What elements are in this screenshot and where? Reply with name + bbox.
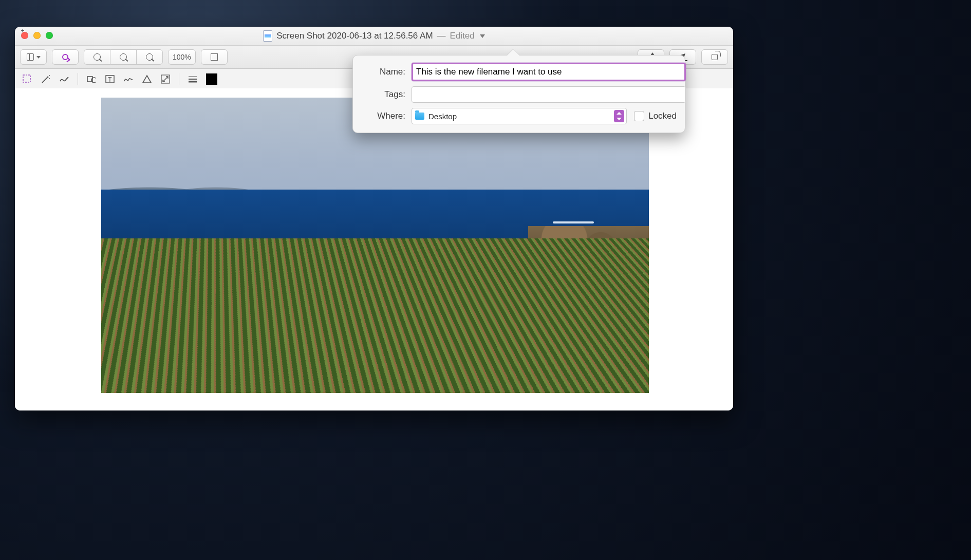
line-weight-icon bbox=[188, 74, 197, 84]
magic-wand-icon bbox=[41, 74, 51, 84]
shapes-icon bbox=[86, 74, 96, 84]
magnifier-minus-icon bbox=[94, 53, 101, 61]
resize-icon bbox=[160, 74, 171, 84]
markup-toggle-button[interactable] bbox=[52, 49, 79, 65]
folder-icon bbox=[415, 113, 424, 120]
name-field[interactable] bbox=[412, 63, 686, 81]
rename-popover: Name: Tags: Where: Desktop Locked bbox=[352, 55, 685, 133]
opened-image bbox=[101, 98, 649, 404]
updown-caret-icon bbox=[614, 110, 624, 122]
locked-group: Locked bbox=[634, 111, 677, 121]
svg-point-2 bbox=[49, 75, 50, 76]
traffic-lights bbox=[21, 32, 53, 39]
where-label: Where: bbox=[377, 111, 405, 121]
instant-alpha-button[interactable] bbox=[41, 74, 51, 84]
rotate-button[interactable] bbox=[701, 49, 728, 65]
sidebar-toggle-button[interactable] bbox=[20, 49, 47, 65]
window-title-filename: Screen Shot 2020-06-13 at 12.56.56 AM bbox=[276, 31, 433, 41]
zoom-actual-button[interactable] bbox=[110, 49, 137, 65]
document-icon bbox=[263, 30, 272, 42]
rectangular-selection-button[interactable] bbox=[201, 49, 228, 65]
window-title-sep: — bbox=[437, 31, 446, 41]
where-select[interactable]: Desktop bbox=[412, 108, 627, 124]
sidebar-icon bbox=[26, 53, 34, 61]
svg-point-1 bbox=[47, 77, 49, 78]
magnifier-plus-icon bbox=[146, 53, 153, 61]
sign-button[interactable] bbox=[123, 74, 134, 84]
zoom-segment: − + bbox=[84, 49, 163, 65]
selection-tool-button[interactable] bbox=[22, 74, 32, 84]
window-title[interactable]: Screen Shot 2020-06-13 at 12.56.56 AM — … bbox=[263, 30, 485, 42]
markup-icon bbox=[61, 53, 69, 61]
zoom-window-button[interactable] bbox=[46, 32, 53, 39]
svg-marker-8 bbox=[143, 76, 151, 83]
svg-rect-0 bbox=[23, 75, 30, 82]
text-tool-button[interactable]: T bbox=[105, 74, 115, 84]
separator bbox=[78, 73, 78, 85]
zoom-in-button[interactable]: + bbox=[137, 49, 163, 65]
window-title-status: Edited bbox=[450, 31, 475, 41]
tags-field[interactable] bbox=[412, 86, 686, 103]
svg-point-3 bbox=[49, 78, 50, 79]
adjust-size-button[interactable] bbox=[160, 74, 171, 84]
zoom-out-button[interactable]: − bbox=[84, 49, 110, 65]
sketch-icon bbox=[59, 74, 69, 84]
name-label: Name: bbox=[380, 67, 405, 77]
chevron-down-icon bbox=[36, 56, 41, 59]
dashed-selection-icon bbox=[22, 74, 31, 84]
svg-point-5 bbox=[91, 78, 96, 83]
svg-text:T: T bbox=[108, 76, 112, 83]
zoom-level-label: 100% bbox=[173, 53, 191, 61]
signature-icon bbox=[123, 74, 133, 84]
prism-icon bbox=[142, 74, 152, 84]
magnifier-icon bbox=[120, 53, 127, 61]
where-value: Desktop bbox=[428, 112, 457, 121]
selection-bounds-icon bbox=[210, 53, 218, 61]
fill-color-swatch[interactable] bbox=[206, 73, 217, 85]
text-icon: T bbox=[105, 74, 115, 84]
rotate-icon bbox=[711, 53, 719, 61]
title-bar: Screen Shot 2020-06-13 at 12.56.56 AM — … bbox=[15, 27, 733, 46]
sketch-tool-button[interactable] bbox=[59, 74, 69, 84]
document-canvas[interactable] bbox=[15, 88, 733, 410]
locked-checkbox[interactable] bbox=[634, 111, 644, 121]
minimize-window-button[interactable] bbox=[33, 32, 41, 39]
tags-label: Tags: bbox=[384, 89, 405, 100]
locked-label: Locked bbox=[648, 111, 677, 121]
separator bbox=[179, 73, 179, 85]
chevron-down-icon bbox=[480, 34, 485, 38]
adjust-color-button[interactable] bbox=[142, 74, 152, 84]
shapes-button[interactable] bbox=[86, 74, 97, 84]
line-style-button[interactable] bbox=[188, 74, 198, 84]
zoom-level-button[interactable]: 100% bbox=[168, 49, 196, 65]
